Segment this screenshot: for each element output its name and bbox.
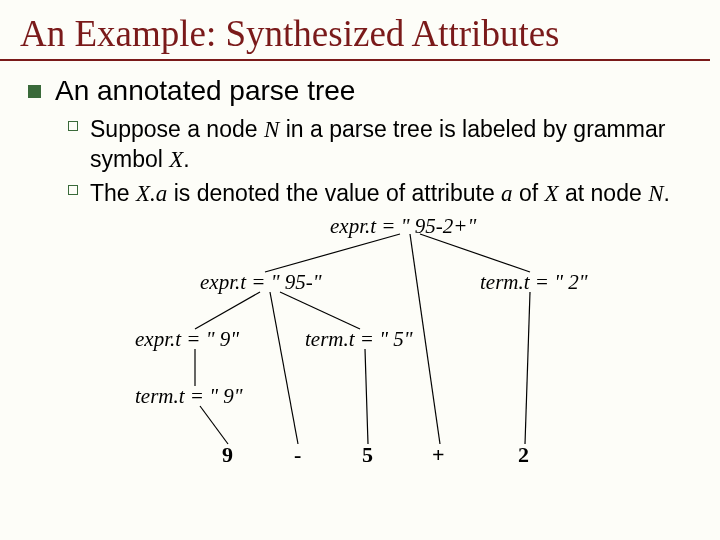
tree-leaf-minus: - xyxy=(294,442,301,468)
tree-node-term5: term.t = " 5" xyxy=(305,327,413,352)
svg-line-9 xyxy=(525,292,530,444)
svg-line-4 xyxy=(270,292,298,444)
hollow-square-icon xyxy=(68,185,78,195)
tree-node-expr95: expr.t = " 95-" xyxy=(200,270,322,295)
svg-line-3 xyxy=(195,292,260,329)
svg-line-8 xyxy=(365,349,368,444)
svg-line-1 xyxy=(410,234,440,444)
square-bullet-icon xyxy=(28,85,41,98)
tree-leaf-plus: + xyxy=(432,442,445,468)
bullet-level2-1: Suppose a node N in a parse tree is labe… xyxy=(68,115,692,175)
svg-line-2 xyxy=(420,234,530,272)
bullet-text-2: The X.a is denoted the value of attribut… xyxy=(90,179,670,209)
hollow-square-icon xyxy=(68,121,78,131)
bullet-level1: An annotated parse tree xyxy=(28,75,692,107)
svg-line-0 xyxy=(265,234,400,272)
slide-title: An Example: Synthesized Attributes xyxy=(0,0,710,61)
parse-tree: expr.t = " 95-2+" expr.t = " 95-" term.t… xyxy=(80,214,640,474)
slide-body: An annotated parse tree Suppose a node N… xyxy=(0,61,720,474)
bullet-level2-2: The X.a is denoted the value of attribut… xyxy=(68,179,692,209)
tree-leaf-5: 5 xyxy=(362,442,373,468)
tree-leaf-2: 2 xyxy=(518,442,529,468)
tree-node-term2: term.t = " 2" xyxy=(480,270,588,295)
tree-node-expr9: expr.t = " 9" xyxy=(135,327,239,352)
svg-line-5 xyxy=(280,292,360,329)
tree-leaf-9: 9 xyxy=(222,442,233,468)
heading-text: An annotated parse tree xyxy=(55,75,355,107)
bullet-text-1: Suppose a node N in a parse tree is labe… xyxy=(90,115,692,175)
tree-node-root: expr.t = " 95-2+" xyxy=(330,214,476,239)
svg-line-7 xyxy=(200,406,228,444)
tree-node-term9: term.t = " 9" xyxy=(135,384,243,409)
